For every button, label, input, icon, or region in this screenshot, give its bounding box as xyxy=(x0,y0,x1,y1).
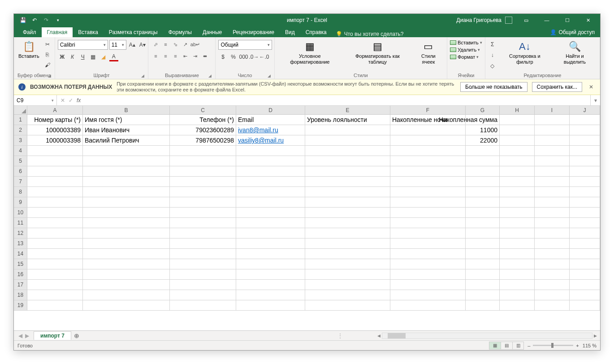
cell[interactable] xyxy=(570,187,600,197)
cell[interactable] xyxy=(466,238,500,248)
cell[interactable] xyxy=(570,249,600,259)
tab-review[interactable]: Рецензирование xyxy=(227,27,280,37)
cell[interactable] xyxy=(535,300,570,310)
cell[interactable]: 1000003389 xyxy=(27,125,83,135)
cell[interactable] xyxy=(83,166,170,176)
cell[interactable]: Имя гостя (*) xyxy=(83,115,170,125)
cell[interactable] xyxy=(305,280,390,290)
paste-button[interactable]: 📋 Вставить xyxy=(17,40,41,60)
cell[interactable] xyxy=(390,269,466,279)
cell[interactable] xyxy=(236,228,305,238)
cell[interactable] xyxy=(390,259,466,269)
cell[interactable] xyxy=(170,146,236,156)
cell[interactable] xyxy=(236,208,305,217)
minimize-button[interactable]: — xyxy=(536,14,557,26)
column-header[interactable]: C xyxy=(170,106,236,114)
cell[interactable] xyxy=(390,197,466,207)
grid-body[interactable]: 1Номер карты (*)Имя гостя (*)Телефон (*)… xyxy=(14,115,600,330)
cell[interactable] xyxy=(83,187,170,197)
cell[interactable]: 22000 xyxy=(466,135,500,145)
cell[interactable] xyxy=(83,156,170,166)
cell[interactable] xyxy=(305,249,390,259)
cell[interactable] xyxy=(305,208,390,217)
bold-button[interactable]: Ж xyxy=(58,52,67,61)
cell[interactable] xyxy=(83,238,170,248)
row-header[interactable]: 3 xyxy=(14,135,27,145)
column-header[interactable]: H xyxy=(500,106,535,114)
row-header[interactable]: 7 xyxy=(14,177,27,186)
cell[interactable] xyxy=(305,259,390,269)
cell[interactable] xyxy=(535,238,570,248)
decrease-font-icon[interactable]: A▾ xyxy=(138,40,147,49)
cell[interactable]: Email xyxy=(236,115,305,125)
cell[interactable] xyxy=(466,280,500,290)
cell[interactable] xyxy=(466,259,500,269)
tab-page-layout[interactable]: Разметка страницы xyxy=(104,27,163,37)
cell[interactable]: 11000 xyxy=(466,125,500,135)
decrease-indent-icon[interactable]: ⇤ xyxy=(181,52,190,61)
dismiss-button[interactable]: Больше не показывать xyxy=(460,82,528,92)
cell[interactable] xyxy=(236,300,305,310)
cell[interactable] xyxy=(570,146,600,156)
cut-icon[interactable]: ✂ xyxy=(43,40,52,49)
tab-file[interactable]: Файл xyxy=(17,27,42,37)
zoom-slider[interactable]: – + xyxy=(528,343,579,348)
cell[interactable] xyxy=(535,218,570,228)
cell[interactable] xyxy=(170,156,236,166)
row-header[interactable]: 6 xyxy=(14,166,27,176)
cell[interactable] xyxy=(305,290,390,300)
cell[interactable] xyxy=(500,135,535,145)
cell[interactable] xyxy=(83,300,170,310)
cell[interactable] xyxy=(466,177,500,186)
cell[interactable] xyxy=(500,280,535,290)
autosum-icon[interactable]: Σ xyxy=(488,40,497,49)
cell[interactable] xyxy=(535,146,570,156)
cell[interactable] xyxy=(170,197,236,207)
cell[interactable] xyxy=(535,197,570,207)
cell[interactable] xyxy=(535,280,570,290)
wrap-text-icon[interactable]: ab↵ xyxy=(190,40,199,49)
cell[interactable] xyxy=(535,125,570,135)
cell[interactable] xyxy=(170,208,236,217)
cell[interactable] xyxy=(170,259,236,269)
cell[interactable] xyxy=(500,166,535,176)
cell[interactable] xyxy=(466,228,500,238)
row-header[interactable]: 8 xyxy=(14,187,27,197)
cell[interactable] xyxy=(535,166,570,176)
row-header[interactable]: 12 xyxy=(14,228,27,238)
launcher-icon[interactable]: ◢ xyxy=(48,74,51,78)
cell[interactable] xyxy=(305,300,390,310)
font-size-combo[interactable]: 11 xyxy=(109,40,126,50)
cell[interactable] xyxy=(466,290,500,300)
row-header[interactable]: 19 xyxy=(14,300,27,310)
cell[interactable] xyxy=(170,187,236,197)
cell[interactable] xyxy=(305,125,390,135)
cell[interactable] xyxy=(390,218,466,228)
decrease-decimal-icon[interactable]: ←.0 xyxy=(259,52,268,61)
row-header[interactable]: 15 xyxy=(14,259,27,269)
close-button[interactable]: ✕ xyxy=(578,14,598,26)
cell[interactable] xyxy=(305,238,390,248)
cell[interactable] xyxy=(390,146,466,156)
cell[interactable] xyxy=(170,228,236,238)
align-right-icon[interactable]: ≡ xyxy=(171,52,180,61)
increase-decimal-icon[interactable]: .0→ xyxy=(249,52,258,61)
cell[interactable] xyxy=(390,177,466,186)
cell[interactable] xyxy=(170,300,236,310)
cell[interactable] xyxy=(170,249,236,259)
cell[interactable] xyxy=(305,269,390,279)
launcher-icon[interactable]: ◢ xyxy=(208,74,212,78)
cell[interactable] xyxy=(466,269,500,279)
new-sheet-button[interactable]: ⊕ xyxy=(71,332,82,339)
cell[interactable] xyxy=(236,146,305,156)
cell[interactable] xyxy=(535,187,570,197)
sort-filter-button[interactable]: A↓Сортировка и фильтр xyxy=(499,40,551,65)
cell[interactable] xyxy=(570,238,600,248)
cell[interactable] xyxy=(27,156,83,166)
cell[interactable] xyxy=(170,280,236,290)
column-header[interactable]: F xyxy=(390,106,466,114)
cell[interactable] xyxy=(305,218,390,228)
cell[interactable] xyxy=(170,166,236,176)
cell[interactable] xyxy=(170,238,236,248)
tab-split-icon[interactable]: ⋮ xyxy=(335,333,346,339)
